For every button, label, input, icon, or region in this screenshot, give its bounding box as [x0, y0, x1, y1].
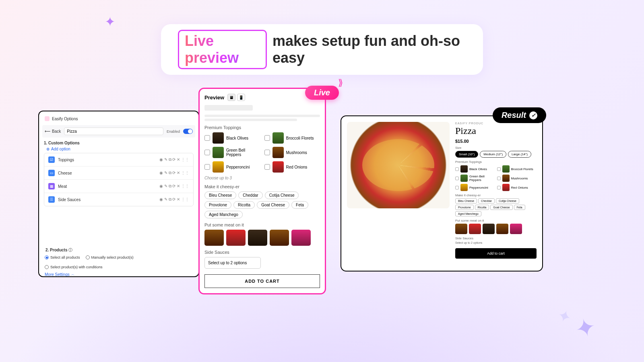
- headline-pill: Live preview: [178, 30, 267, 69]
- sauce-label: Side Sauces: [204, 250, 320, 255]
- topping-option[interactable]: Red Onions: [264, 161, 320, 173]
- checkbox-icon: ☑: [48, 156, 55, 163]
- topping-option[interactable]: Broccoli Florets: [264, 132, 320, 144]
- radio-condition-products[interactable]: Select product(s) with conditions: [45, 265, 103, 269]
- meat-option[interactable]: [469, 224, 481, 234]
- skeleton: [204, 119, 297, 121]
- cheese-chip[interactable]: Goat Cheese: [257, 201, 289, 209]
- button-icon: ▭: [48, 170, 55, 176]
- dropdown-icon: ☰: [48, 196, 55, 203]
- app-name: Easify Options: [52, 117, 78, 121]
- sauce-select[interactable]: Select up to 2 options: [455, 241, 537, 244]
- topping-option[interactable]: Black Olives: [455, 165, 495, 173]
- option-actions[interactable]: ◉ ✎ ⧉ ⟳ ✕ ⋮⋮: [159, 171, 189, 175]
- toppings-label: Premium Toppings: [204, 125, 320, 130]
- name-input[interactable]: [64, 128, 163, 135]
- cheese-chip[interactable]: Cotija Cheese: [265, 191, 299, 199]
- editor-panel: Easify Options ⟵ Back Enabled 1. Custom …: [38, 111, 199, 277]
- topping-option[interactable]: Mushrooms: [497, 175, 537, 182]
- radio-manual-products[interactable]: Manually select product(s): [86, 255, 134, 259]
- topping-option[interactable]: Green Bell Peppers: [455, 175, 495, 182]
- section-products: 2. Products ⓘ: [45, 247, 192, 253]
- topping-option[interactable]: Black Olives: [204, 132, 260, 144]
- cheese-chip[interactable]: Aged Manchego: [204, 211, 243, 218]
- meat-label: Put some meat on it: [455, 219, 537, 222]
- broadcast-icon: ⟫: [338, 78, 343, 88]
- mobile-view-button[interactable]: 📱: [237, 94, 245, 101]
- size-option[interactable]: Small (10"): [455, 151, 478, 158]
- topping-option[interactable]: Broccoli Florets: [497, 165, 537, 173]
- option-row[interactable]: ▦Meat◉ ✎ ⧉ ⟳ ✕ ⋮⋮: [44, 180, 193, 193]
- meat-option[interactable]: [291, 230, 311, 246]
- skeleton: [204, 105, 253, 111]
- size-option[interactable]: Medium (12"): [480, 151, 506, 158]
- product-title: Pizza: [455, 125, 537, 136]
- option-row[interactable]: ☰Side Sauces◉ ✎ ⧉ ⟳ ✕ ⋮⋮: [44, 193, 193, 206]
- topping-option[interactable]: Green Bell Peppers: [204, 147, 260, 158]
- radio-all-products[interactable]: Select all products: [45, 255, 80, 259]
- option-row[interactable]: ▭Cheese◉ ✎ ⧉ ⟳ ✕ ⋮⋮: [44, 167, 193, 180]
- choose-note: Choose up to 3: [204, 176, 320, 180]
- option-row[interactable]: ☑Toppings◉ ✎ ⧉ ⟳ ✕ ⋮⋮: [44, 153, 193, 167]
- check-icon: ✓: [529, 111, 537, 119]
- more-settings-link[interactable]: More Settings ︿: [45, 272, 193, 277]
- meat-option[interactable]: [270, 230, 289, 246]
- cheese-chip[interactable]: Ricotta: [233, 201, 255, 209]
- size-label: Size: [455, 146, 537, 150]
- cheese-chip[interactable]: Ricotta: [475, 205, 489, 210]
- add-to-cart-button[interactable]: Add to cart: [455, 248, 537, 259]
- product-price: $15.00: [455, 139, 537, 144]
- enabled-toggle[interactable]: [183, 129, 193, 134]
- option-actions[interactable]: ◉ ✎ ⧉ ⟳ ✕ ⋮⋮: [159, 184, 189, 189]
- section-custom-options: 1. Custom Options: [44, 141, 194, 145]
- toppings-label: Premium Toppings: [455, 160, 537, 164]
- option-actions[interactable]: ◉ ✎ ⧉ ⟳ ✕ ⋮⋮: [159, 197, 189, 202]
- topping-option[interactable]: Pepperoncini: [204, 161, 260, 173]
- live-badge: Live: [305, 86, 339, 100]
- desktop-view-button[interactable]: 🖥: [227, 94, 235, 101]
- result-badge: Result✓: [493, 107, 546, 123]
- preview-panel: ⟫ Live Preview 🖥 📱 Premium Toppings Blac…: [198, 88, 326, 294]
- cheese-chip[interactable]: Provolone: [455, 205, 474, 210]
- meat-option[interactable]: [496, 224, 508, 234]
- cheese-chip[interactable]: Feta: [291, 201, 308, 209]
- meat-option[interactable]: [248, 230, 267, 246]
- app-logo: [45, 116, 50, 121]
- topping-option[interactable]: Mushrooms: [264, 147, 320, 158]
- image-icon: ▦: [48, 183, 55, 189]
- cheese-chip[interactable]: Cheddar: [478, 198, 495, 204]
- cheese-chip[interactable]: Cheddar: [238, 191, 262, 199]
- spark-decoration: ✦: [105, 14, 116, 29]
- cheese-label: Make it cheesy-er: [455, 193, 537, 197]
- add-to-cart-button[interactable]: ADD TO CART: [204, 274, 320, 288]
- cheese-chip[interactable]: Provolone: [204, 201, 231, 209]
- preview-title: Preview: [204, 95, 224, 101]
- sauce-select[interactable]: Select up to 2 options: [204, 257, 261, 269]
- size-option[interactable]: Large (14"): [508, 151, 531, 158]
- cheese-chip[interactable]: Bleu Cheese: [455, 198, 477, 204]
- result-panel: Result✓ EASIFY PRODUC Pizza $15.00 Size …: [341, 115, 543, 272]
- cheese-label: Make it cheesy-er: [204, 184, 320, 189]
- cheese-chip[interactable]: Feta: [514, 205, 525, 210]
- topping-option[interactable]: Pepperoncini: [455, 184, 495, 191]
- back-button[interactable]: ⟵ Back: [45, 129, 61, 134]
- add-option-button[interactable]: ⊕ Add option: [46, 147, 191, 151]
- cheese-chip[interactable]: Goat Cheese: [490, 205, 512, 210]
- cheese-chip[interactable]: Aged Manchego: [455, 211, 481, 216]
- cheese-chip[interactable]: Cotija Cheese: [496, 198, 519, 204]
- meat-label: Put some meat on it: [204, 222, 320, 227]
- option-actions[interactable]: ◉ ✎ ⧉ ⟳ ✕ ⋮⋮: [159, 157, 189, 162]
- headline: Live preview makes setup fun and oh-so e…: [161, 24, 483, 75]
- options-list: ☑Toppings◉ ✎ ⧉ ⟳ ✕ ⋮⋮ ▭Cheese◉ ✎ ⧉ ⟳ ✕ ⋮…: [44, 153, 194, 206]
- cheese-chip[interactable]: Bleu Cheese: [204, 191, 236, 199]
- enabled-label: Enabled: [167, 130, 180, 134]
- meat-option[interactable]: [483, 224, 495, 234]
- meat-option[interactable]: [510, 224, 522, 234]
- sauce-label: Side Sauces: [455, 237, 537, 240]
- topping-option[interactable]: Red Onions: [497, 184, 537, 191]
- meat-option[interactable]: [226, 230, 246, 246]
- skeleton: [204, 115, 320, 117]
- headline-text: makes setup fun and oh-so easy: [272, 33, 466, 66]
- meat-option[interactable]: [204, 230, 224, 246]
- meat-option[interactable]: [455, 224, 467, 234]
